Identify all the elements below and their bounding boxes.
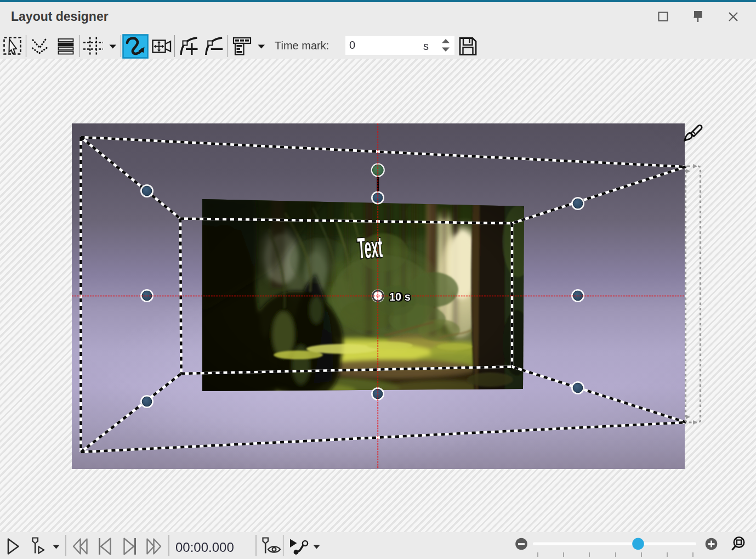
svg-text:Text: Text xyxy=(357,230,384,264)
svg-text:10 s: 10 s xyxy=(389,291,411,303)
